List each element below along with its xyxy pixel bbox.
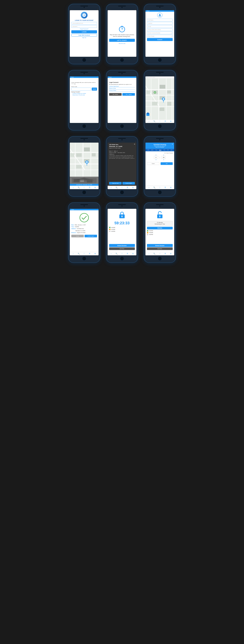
minute-up-arrow[interactable]: ▲ — [163, 154, 164, 156]
nav-heart-icon[interactable]: ♡ — [158, 120, 161, 123]
home-button[interactable] — [82, 124, 86, 128]
trouble-option-1[interactable]: • I need to change my number — [71, 93, 97, 94]
nav-list-icon[interactable]: ☰ — [88, 252, 91, 255]
hour-down-arrow[interactable]: ▼ — [156, 159, 156, 160]
take-me-here-button[interactable]: Take Me Here — [109, 182, 122, 184]
nav-list-icon[interactable]: ☰ — [126, 252, 129, 255]
signup-link[interactable]: Sign Up — [82, 37, 86, 38]
full-name-field[interactable]: Full Name — [147, 19, 173, 21]
nav-home-icon[interactable]: ⌂ — [110, 252, 112, 255]
nav-home-icon[interactable]: ⌂ — [148, 252, 150, 255]
verify-button[interactable]: Verify — [92, 88, 97, 90]
nav-home-icon[interactable]: ⌂ — [148, 120, 150, 123]
nav-search-icon[interactable]: 🔍 — [115, 252, 118, 255]
home-button[interactable] — [82, 58, 86, 62]
password-field[interactable]: password — [71, 25, 97, 28]
nav-search-icon[interactable]: 🔍 — [153, 186, 156, 189]
dismiss-button[interactable]: Dismiss — [147, 227, 173, 230]
nav-list-icon[interactable]: ☰ — [88, 186, 91, 189]
submit-button[interactable]: Submit — [147, 38, 173, 41]
nav-home-icon[interactable]: ⌂ — [72, 186, 74, 189]
nav-link-icon[interactable]: ⛓ — [170, 252, 172, 255]
home-button[interactable] — [158, 256, 162, 261]
hour-value[interactable]: 8 — [154, 156, 158, 159]
day-fri[interactable]: FRI — [167, 150, 169, 151]
set-button[interactable]: Set — [160, 162, 173, 165]
property-info-bar[interactable]: 123 Slink Ave, Slinkville, SL 12345 — [70, 184, 98, 186]
extend-session-button[interactable]: Extend Session — [147, 244, 173, 247]
yes-agree-button[interactable]: Yes, I agree — [122, 93, 135, 96]
map-container[interactable] — [146, 78, 174, 120]
home-button[interactable] — [120, 58, 124, 62]
nav-heart-icon[interactable]: ♡ — [121, 186, 123, 189]
day-thu[interactable]: THU — [163, 150, 165, 151]
nav-list-icon[interactable]: ☰ — [164, 252, 167, 255]
day-mon[interactable]: MON — [151, 150, 154, 151]
nav-link-icon[interactable]: ⛓ — [94, 186, 96, 189]
home-button[interactable] — [158, 58, 162, 62]
facebook-login-button[interactable]: Login With Facebook — [71, 34, 97, 36]
home-button[interactable] — [158, 190, 162, 194]
trouble-option-2[interactable]: • Nevermind, I'll do this later — [71, 94, 97, 96]
map-area[interactable] — [70, 142, 98, 177]
cancel-button[interactable]: Cancel — [71, 235, 84, 237]
nav-link-icon[interactable]: ⛓ — [94, 252, 96, 255]
day-tue[interactable]: TUE — [155, 150, 157, 151]
nav-heart-icon[interactable]: ♡ — [158, 252, 161, 255]
price-range-select[interactable]: Price Range ▾ — [147, 35, 173, 38]
home-button[interactable] — [120, 190, 124, 194]
skip-link[interactable]: Skip this step — [118, 43, 126, 44]
minute-down-arrow[interactable]: ▼ — [163, 159, 164, 160]
email-field[interactable]: youremail@mail.com — [71, 22, 97, 24]
nav-heart-icon[interactable]: ♡ — [83, 252, 86, 255]
back-button[interactable]: ‹ Back — [108, 76, 112, 78]
nav-link-icon[interactable]: ⛓ — [132, 252, 134, 255]
nav-home-icon[interactable]: ⌂ — [148, 186, 150, 189]
end-tour-button[interactable]: End Tour — [109, 248, 135, 250]
nav-home-icon[interactable]: ⌂ — [72, 252, 74, 255]
drivers-license-select[interactable]: Drivers License Number ▾ — [147, 32, 173, 34]
contact-agent-button[interactable]: Contact Agent — [84, 235, 97, 237]
terms-of-use-link[interactable]: Terms of Use — [109, 88, 135, 90]
home-button[interactable] — [158, 124, 162, 128]
home-button[interactable] — [120, 124, 124, 128]
search-bar[interactable]: 🔍 Search location — [146, 76, 174, 78]
back-button[interactable]: ‹ Back — [146, 10, 150, 12]
nav-link-icon[interactable]: ⛓ — [170, 120, 172, 123]
no-thanks-button[interactable]: No, thanks — [109, 93, 122, 96]
nav-search-icon[interactable]: 🔍 — [153, 252, 156, 255]
hour-up-arrow[interactable]: ▲ — [156, 154, 156, 156]
nav-link-icon[interactable]: ⛓ — [132, 186, 134, 189]
phone-field[interactable]: Phone (XXX-XXX-XXXX) — [147, 28, 173, 31]
contact-agent-button[interactable]: Contact Agent — [122, 182, 135, 184]
nav-search-icon[interactable]: 🔍 — [153, 120, 156, 123]
day-wed[interactable]: WED — [159, 150, 161, 151]
email-field[interactable]: Email — [147, 25, 173, 28]
back-button[interactable]: ‹ Back — [71, 209, 74, 210]
nav-list-icon[interactable]: ☰ — [164, 120, 167, 123]
forgot-password-link[interactable]: Forgot Password? — [80, 28, 88, 30]
back-button[interactable]: ‹ Back — [71, 76, 74, 78]
nav-list-icon[interactable]: ☰ — [126, 186, 129, 189]
address-field[interactable]: Address — [147, 22, 173, 24]
nav-search-icon[interactable]: 🔍 — [77, 186, 80, 189]
nav-list-icon[interactable]: ☰ — [164, 186, 167, 189]
nav-search-icon[interactable]: 🔍 — [77, 252, 80, 255]
home-button[interactable] — [82, 190, 86, 194]
end-tour-button[interactable]: End Tour — [147, 248, 173, 250]
day-sun[interactable]: SUN — [147, 150, 149, 151]
nav-home-icon[interactable]: ⌂ — [110, 186, 112, 189]
lets-start-button[interactable]: LET'S START! — [109, 39, 135, 42]
minute-value[interactable]: 00 — [162, 156, 166, 159]
nav-search-icon[interactable]: 🔍 — [115, 186, 118, 189]
close-button[interactable]: ✕ — [134, 143, 135, 145]
home-button[interactable] — [82, 256, 86, 261]
extend-session-button[interactable]: Extend Session — [109, 244, 135, 247]
close-button[interactable]: Close — [147, 162, 160, 165]
nav-link-icon[interactable]: ⛓ — [170, 186, 172, 189]
privacy-policy-link[interactable]: Privacy Policy — [109, 90, 135, 92]
nav-heart-icon[interactable]: ♡ — [158, 186, 161, 189]
close-icon[interactable]: ✕ — [172, 143, 173, 145]
nav-heart-icon[interactable]: ♡ — [121, 252, 123, 255]
code-input[interactable] — [71, 88, 91, 90]
